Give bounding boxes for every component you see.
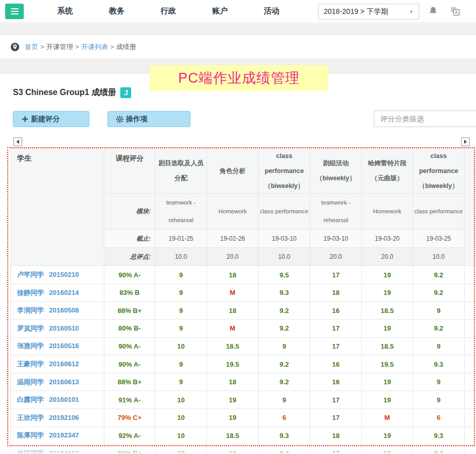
nav-item-system[interactable]: 系统 [39,6,91,16]
score-cell[interactable]: 9.2 [259,320,310,338]
score-cell[interactable]: 18 [207,445,259,454]
score-cell[interactable]: 16 [310,355,362,373]
language-button[interactable]: A [450,6,460,18]
score-cell[interactable]: 9 [259,337,310,355]
score-cell[interactable]: 9.3 [413,427,465,445]
breadcrumb-home-link[interactable]: 首页 [25,42,38,52]
scroll-left-button[interactable] [13,137,22,146]
score-cell[interactable]: 9.4 [259,445,310,454]
student-name-link[interactable]: 温雨同学 [17,378,44,386]
student-id-link[interactable]: 20192347 [49,431,79,439]
score-cell[interactable]: 19 [362,284,413,302]
score-cell[interactable]: 9 [413,373,465,391]
student-name-link[interactable]: 卢芊同学 [17,271,44,278]
actions-button[interactable]: 操作项 [107,111,191,127]
student-name-link[interactable]: 陈厚同学 [17,431,44,439]
score-cell[interactable]: 17 [310,320,362,338]
term-selector[interactable]: 2018-2019 > 下学期 ▼ [318,4,419,20]
score-cell[interactable]: 17 [310,445,362,454]
score-cell[interactable]: 19 [362,266,413,284]
score-cell[interactable]: 9.3 [259,284,310,302]
student-name-link[interactable]: 徐祖同学 [17,449,44,454]
student-id-link[interactable]: 20192106 [49,414,79,421]
score-cell[interactable]: 18 [310,284,362,302]
score-cell[interactable]: 9.3 [259,427,310,445]
score-cell[interactable]: 9 [413,391,465,409]
student-id-link[interactable]: 20160510 [49,324,79,332]
student-id-link[interactable]: 20160613 [49,378,79,386]
score-cell[interactable]: 9 [155,373,207,391]
score-cell[interactable]: 9 [155,302,207,320]
score-cell[interactable]: M [207,284,259,302]
nav-item-admin[interactable]: 行政 [142,6,194,16]
score-cell[interactable]: 18.5 [207,427,259,445]
score-cell[interactable]: 9.2 [413,266,465,284]
score-cell[interactable]: M [207,320,259,338]
score-cell[interactable]: 18 [207,302,259,320]
nav-item-account[interactable]: 账户 [194,6,246,16]
gradebook-export-button[interactable] [120,87,131,98]
score-cell[interactable]: 10 [155,391,207,409]
score-cell[interactable]: 18.5 [207,337,259,355]
score-cell[interactable]: 18 [362,445,413,454]
new-score-button[interactable]: 新建评分 [13,111,89,127]
score-cell[interactable]: 16 [310,302,362,320]
score-cell[interactable]: 17 [310,266,362,284]
score-cell[interactable]: 10 [155,337,207,355]
hamburger-menu-button[interactable] [5,4,24,19]
score-cell[interactable]: 9.3 [413,355,465,373]
student-id-link[interactable]: 20160101 [49,396,79,403]
nav-item-activity[interactable]: 活动 [246,6,297,16]
score-cell[interactable]: 9.2 [413,320,465,338]
score-cell[interactable]: 19 [362,320,413,338]
score-cell[interactable]: 10 [155,427,207,445]
score-category-filter-input[interactable] [374,111,476,127]
score-cell[interactable]: 9.2 [259,355,310,373]
score-cell[interactable]: 19 [207,409,259,427]
score-cell[interactable]: 18.5 [362,337,413,355]
score-cell[interactable]: 9 [155,284,207,302]
student-name-link[interactable]: 张雅同学 [17,342,44,350]
score-cell[interactable]: 18.5 [362,302,413,320]
score-cell[interactable]: 9 [259,391,310,409]
nav-item-academic[interactable]: 教务 [91,6,142,16]
student-id-link[interactable]: 20194002 [49,449,79,454]
score-cell[interactable]: 9.2 [259,373,310,391]
score-cell[interactable]: 9 [413,337,465,355]
score-cell[interactable]: 9 [413,302,465,320]
breadcrumb-course-list-link[interactable]: 开课列表 [81,42,108,52]
score-cell[interactable]: 9.2 [259,302,310,320]
score-cell[interactable]: 18 [310,427,362,445]
score-cell[interactable]: 9 [155,355,207,373]
score-cell[interactable]: M [362,409,413,427]
student-id-link[interactable]: 20160516 [49,342,79,350]
student-id-link[interactable]: 20160214 [49,289,79,296]
score-cell[interactable]: 17 [310,391,362,409]
student-name-link[interactable]: 罗岚同学 [17,324,44,332]
score-cell[interactable]: 16 [310,373,362,391]
score-cell[interactable]: 19 [362,373,413,391]
student-id-link[interactable]: 20150210 [49,271,79,278]
student-name-link[interactable]: 白露同学 [17,396,44,403]
student-name-link[interactable]: 王欣同学 [17,414,44,421]
score-cell[interactable]: 19.5 [362,355,413,373]
score-cell[interactable]: 17 [310,409,362,427]
score-cell[interactable]: 19 [362,427,413,445]
score-cell[interactable]: 9 [155,266,207,284]
score-cell[interactable]: 10 [155,409,207,427]
score-cell[interactable]: 9.5 [259,266,310,284]
scroll-right-button[interactable] [461,137,470,146]
student-name-link[interactable]: 王豪同学 [17,360,44,368]
student-id-link[interactable]: 20160508 [49,306,79,314]
score-cell[interactable]: 6 [259,409,310,427]
notifications-button[interactable] [429,6,438,18]
score-cell[interactable]: 18 [207,266,259,284]
score-cell[interactable]: 10 [155,445,207,454]
student-id-link[interactable]: 20160612 [49,360,79,368]
student-name-link[interactable]: 徐静同学 [17,289,44,296]
score-cell[interactable]: 9.3 [413,445,465,454]
score-cell[interactable]: 18 [207,373,259,391]
score-cell[interactable]: 17 [310,337,362,355]
score-cell[interactable]: 19.5 [207,355,259,373]
score-cell[interactable]: 19 [207,391,259,409]
